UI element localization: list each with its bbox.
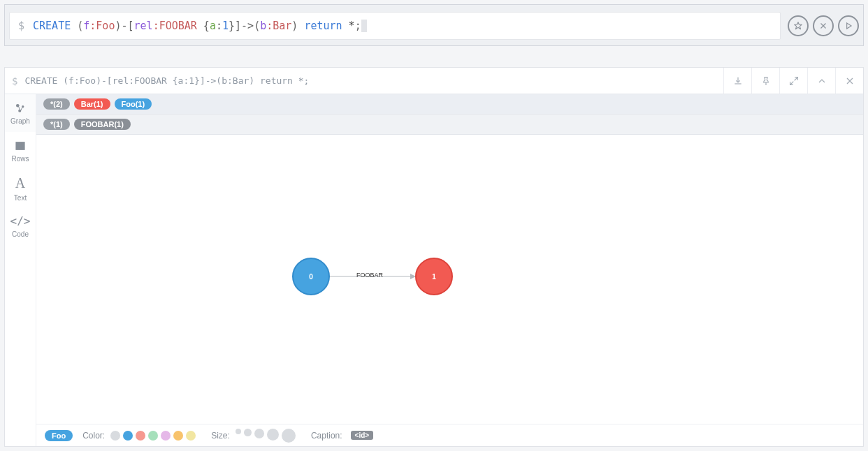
node-pill-1[interactable]: Bar(1): [74, 98, 110, 110]
download-button[interactable]: [723, 68, 751, 94]
run-button[interactable]: [838, 15, 859, 36]
view-mode-tabs: Graph Rows A Text </> Code: [5, 94, 36, 446]
svg-line-10: [19, 106, 20, 110]
legend-size-label: Size:: [211, 431, 230, 441]
color-swatch-0[interactable]: [110, 431, 120, 441]
tab-rows[interactable]: Rows: [5, 132, 36, 170]
legend-caption-label: Caption:: [311, 431, 342, 441]
pin-button[interactable]: [751, 68, 779, 94]
color-swatch-5[interactable]: [173, 431, 183, 441]
graph-canvas[interactable]: FOOBAR01: [36, 135, 863, 424]
result-header-actions: [723, 68, 863, 94]
rel-pill-0[interactable]: *(1): [43, 119, 70, 130]
expand-button[interactable]: [779, 68, 807, 94]
node-pill-2[interactable]: Foo(1): [115, 98, 152, 110]
node-pill-0[interactable]: *(2): [43, 98, 70, 110]
color-swatch-2[interactable]: [136, 431, 145, 441]
size-dot-3[interactable]: [267, 429, 279, 441]
graph-node-label: 0: [309, 273, 313, 281]
result-query-text: CREATE (f:Foo)-[rel:FOOBAR {a:1}]->(b:Ba…: [24, 75, 309, 86]
size-dot-2[interactable]: [254, 429, 264, 438]
editor-cursor: [361, 20, 367, 32]
result-frame: $ CREATE (f:Foo)-[rel:FOOBAR {a:1}]->(b:…: [4, 67, 864, 447]
result-header: $ CREATE (f:Foo)-[rel:FOOBAR {a:1}]->(b:…: [5, 68, 863, 94]
graph-icon: [14, 102, 27, 114]
legend-color-swatches: [110, 431, 196, 441]
editor-prompt-symbol: $: [18, 20, 24, 32]
tab-rows-label: Rows: [11, 155, 29, 163]
size-dot-4[interactable]: [282, 429, 296, 443]
query-editor-bar: $ CREATE (f:Foo)-[rel:FOOBAR {a:1}]->(b:…: [4, 4, 864, 46]
color-swatch-6[interactable]: [186, 431, 196, 441]
code-icon: </>: [10, 214, 31, 228]
color-swatch-4[interactable]: [161, 431, 171, 441]
main-panel: *(2)Bar(1)Foo(1) *(1)FOOBAR(1) FOOBAR01 …: [36, 94, 863, 446]
rel-pill-1[interactable]: FOOBAR(1): [74, 119, 131, 130]
tab-graph[interactable]: Graph: [5, 94, 36, 132]
node-label-pills: *(2)Bar(1)Foo(1): [36, 94, 863, 114]
legend-selected-label[interactable]: Foo: [45, 430, 73, 441]
text-icon: A: [15, 175, 25, 191]
editor-tokens: CREATE (f:Foo)-[rel:FOOBAR {a:1}]->(b:Ba…: [33, 20, 361, 32]
size-dot-0[interactable]: [236, 429, 241, 434]
svg-marker-17: [410, 274, 416, 279]
legend-size-dots: [236, 429, 296, 443]
editor-action-buttons: [781, 15, 859, 36]
query-editor[interactable]: $ CREATE (f:Foo)-[rel:FOOBAR {a:1}]->(b:…: [9, 12, 781, 40]
legend-color-label: Color:: [82, 431, 105, 441]
collapse-up-button[interactable]: [807, 68, 835, 94]
legend-caption-value[interactable]: <id>: [351, 431, 374, 440]
tab-code[interactable]: </> Code: [5, 207, 36, 245]
svg-marker-0: [795, 22, 802, 29]
table-icon: [14, 140, 27, 152]
clear-button[interactable]: [813, 15, 834, 36]
favorite-button[interactable]: [788, 15, 809, 36]
result-prompt-symbol: $: [12, 75, 17, 87]
close-result-button[interactable]: [835, 68, 863, 94]
svg-line-11: [21, 107, 22, 110]
color-swatch-1[interactable]: [123, 431, 133, 441]
relationship-type-pills: *(1)FOOBAR(1): [36, 114, 863, 135]
svg-marker-3: [847, 23, 851, 29]
result-body: Graph Rows A Text </> Code *(2)Bar(1)Foo…: [5, 94, 863, 446]
tab-text-label: Text: [14, 194, 27, 202]
graph-node-label: 1: [432, 273, 436, 281]
size-dot-1[interactable]: [244, 429, 252, 436]
tab-graph-label: Graph: [10, 117, 30, 125]
graph-svg: FOOBAR01: [36, 135, 863, 424]
graph-edge-label: FOOBAR: [356, 272, 384, 279]
color-swatch-3[interactable]: [148, 431, 158, 441]
tab-code-label: Code: [12, 230, 29, 238]
legend-bar: Foo Color: Size: Caption: <id>: [36, 424, 863, 446]
svg-rect-12: [16, 142, 24, 149]
tab-text[interactable]: A Text: [5, 170, 36, 207]
